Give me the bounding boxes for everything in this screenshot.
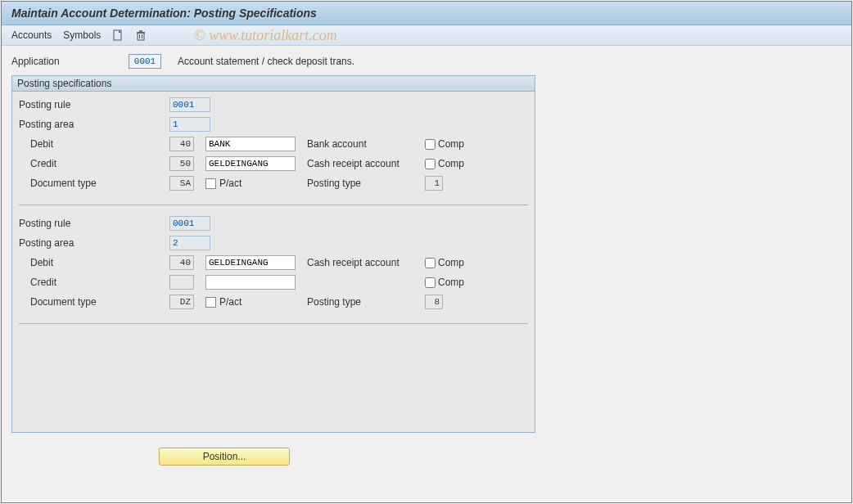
accounts-link[interactable]: Accounts [11, 29, 52, 41]
credit-comp-checkbox[interactable]: Comp [425, 158, 510, 169]
header-bar: Maintain Account Determination: Posting … [2, 2, 851, 25]
application-label: Application [11, 56, 122, 67]
doctype-input[interactable] [169, 295, 194, 309]
debit-desc: Cash receipt account [307, 257, 422, 268]
posting-block-2: Posting rule Posting area Debit Cash rec… [12, 210, 535, 318]
credit-label: Credit [19, 277, 166, 288]
svg-rect-1 [138, 33, 144, 40]
debit-code-input[interactable] [169, 255, 194, 270]
credit-code-input[interactable] [169, 156, 194, 171]
debit-comp-checkbox[interactable]: Comp [425, 257, 510, 268]
posting-type-label: Posting type [307, 296, 422, 308]
debit-name-input[interactable] [205, 255, 296, 270]
spacer [12, 329, 535, 427]
posting-rule-input[interactable] [169, 216, 210, 231]
position-button[interactable]: Position... [159, 448, 290, 466]
posting-area-label: Posting area [19, 237, 166, 249]
doctype-label: Document type [19, 178, 166, 189]
credit-label: Credit [19, 158, 166, 169]
posting-area-label: Posting area [19, 119, 166, 130]
divider [19, 323, 528, 324]
credit-comp-checkbox[interactable]: Comp [425, 277, 510, 288]
posting-spec-group: Posting specifications Posting rule Post… [11, 75, 535, 433]
pact-checkbox[interactable] [205, 297, 216, 308]
posting-type-input[interactable] [425, 295, 443, 309]
doctype-input[interactable] [169, 176, 194, 191]
new-icon[interactable] [112, 29, 124, 41]
posting-type-input[interactable] [425, 176, 443, 191]
debit-label: Debit [19, 257, 166, 268]
debit-desc: Bank account [307, 138, 422, 150]
credit-code-input[interactable] [169, 275, 194, 290]
posting-rule-label: Posting rule [19, 218, 166, 229]
group-title: Posting specifications [12, 76, 535, 92]
posting-rule-label: Posting rule [19, 99, 166, 110]
application-row: Application Account statement / check de… [11, 54, 842, 69]
credit-name-input[interactable] [205, 275, 296, 290]
credit-name-input[interactable] [205, 156, 296, 171]
application-description: Account statement / check deposit trans. [178, 56, 354, 67]
debit-name-input[interactable] [205, 137, 296, 151]
posting-rule-input[interactable] [169, 97, 210, 112]
page-title: Maintain Account Determination: Posting … [11, 7, 842, 20]
posting-area-input[interactable] [169, 236, 210, 250]
posting-block-1: Posting rule Posting area Debit Bank acc… [12, 92, 535, 200]
content-area: Application Account statement / check de… [2, 46, 851, 501]
debit-label: Debit [19, 138, 166, 150]
pact-label: P/act [219, 178, 241, 189]
credit-desc: Cash receipt account [307, 158, 422, 169]
divider [19, 205, 528, 205]
doctype-label: Document type [19, 296, 166, 308]
delete-icon[interactable] [135, 29, 147, 41]
posting-area-input[interactable] [169, 117, 210, 132]
debit-code-input[interactable] [169, 137, 194, 151]
pact-checkbox[interactable] [205, 178, 216, 189]
symbols-link[interactable]: Symbols [63, 29, 101, 41]
watermark: © www.tutorialkart.com [194, 27, 337, 44]
button-row: Position... [11, 448, 842, 466]
toolbar: Accounts Symbols © www.tutorialkart.com [2, 25, 851, 46]
application-input[interactable] [129, 54, 161, 69]
pact-label: P/act [219, 296, 241, 308]
posting-type-label: Posting type [307, 178, 422, 189]
debit-comp-checkbox[interactable]: Comp [425, 138, 510, 150]
